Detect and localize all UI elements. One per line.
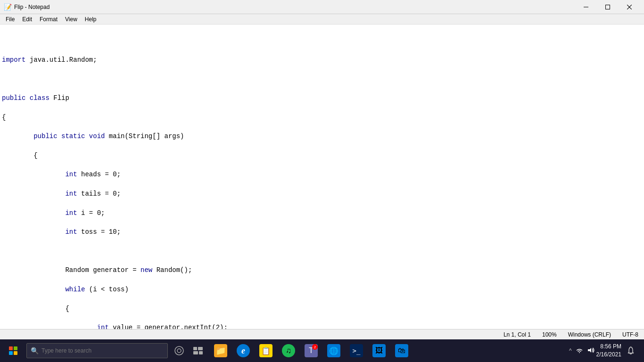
taskbar-app-teams[interactable]: T 2 (300, 339, 322, 362)
title-bar-controls (575, 0, 640, 14)
close-button[interactable] (619, 0, 640, 14)
title-bar-left: 📝 Flip - Notepad (4, 3, 50, 11)
taskbar-search[interactable]: 🔍 (26, 343, 168, 358)
windows-logo-icon (9, 346, 17, 355)
svg-marker-10 (588, 348, 591, 353)
start-button[interactable] (2, 339, 25, 362)
system-clock[interactable]: 8:56 PM 2/16/2021 (596, 343, 621, 359)
maximize-button[interactable] (597, 0, 619, 14)
taskbar-app-spotify[interactable]: ♫ (277, 339, 300, 362)
taskbar-apps: 📁 e 📋 ♫ T 2 (209, 339, 413, 362)
taskbar-app-photos[interactable]: 🖼 (368, 339, 390, 362)
line-ending[interactable]: Windows (CRLF) (568, 331, 611, 338)
taskbar-app-settings[interactable]: 🌐 (322, 339, 345, 362)
volume-icon[interactable] (587, 347, 594, 355)
cortana-button[interactable] (170, 339, 189, 362)
svg-rect-9 (199, 351, 203, 354)
encoding[interactable]: UTF-8 (622, 331, 638, 338)
clock-time: 8:56 PM (596, 343, 621, 351)
status-bar: Ln 1, Col 1 100% Windows (CRLF) UTF-8 (0, 329, 644, 339)
menu-view[interactable]: View (61, 15, 81, 24)
encoding-label: UTF-8 (622, 331, 638, 338)
search-input[interactable] (41, 347, 164, 354)
cursor-position: Ln 1, Col 1 (504, 331, 531, 338)
network-icon[interactable] (576, 347, 583, 355)
svg-rect-1 (606, 5, 610, 9)
zoom-label: 100% (542, 331, 557, 338)
svg-rect-6 (193, 347, 197, 350)
taskbar-app-explorer[interactable]: 📁 (209, 339, 232, 362)
minimize-button[interactable] (575, 0, 597, 14)
editor-area[interactable]: import java.util.Random; public class Fl… (0, 25, 644, 329)
code-content: import java.util.Random; public class Fl… (0, 45, 644, 329)
svg-rect-7 (198, 347, 203, 350)
menu-help[interactable]: Help (81, 15, 100, 24)
zoom-level[interactable]: 100% (542, 331, 557, 338)
taskbar-app-edge[interactable]: e (232, 339, 255, 362)
menu-bar: File Edit Format View Help (0, 14, 644, 25)
system-tray: ^ 8:56 PM 2/16/2021 (563, 339, 642, 362)
line-ending-label: Windows (CRLF) (568, 331, 611, 338)
taskbar: 🔍 📁 e (0, 339, 644, 362)
task-view-button[interactable] (189, 339, 207, 362)
svg-point-4 (175, 346, 183, 355)
notepad-icon: 📝 (4, 3, 11, 11)
menu-file[interactable]: File (2, 15, 18, 24)
menu-format[interactable]: Format (36, 15, 61, 24)
notifications-button[interactable] (623, 339, 638, 362)
search-icon: 🔍 (31, 347, 39, 354)
svg-rect-0 (584, 7, 588, 7)
position-label: Ln 1, Col 1 (504, 331, 531, 338)
window-title: Flip - Notepad (14, 4, 50, 10)
svg-rect-8 (193, 351, 198, 354)
svg-point-5 (177, 349, 181, 353)
taskbar-app-stickynotes[interactable]: 📋 (255, 339, 277, 362)
title-bar: 📝 Flip - Notepad (0, 0, 644, 14)
menu-edit[interactable]: Edit (18, 15, 36, 24)
tray-icons (576, 347, 594, 355)
taskbar-app-store[interactable]: 🛍 (390, 339, 413, 362)
taskbar-app-terminal[interactable]: >_ (345, 339, 368, 362)
tray-expand-button[interactable]: ^ (567, 346, 574, 356)
clock-date: 2/16/2021 (596, 351, 621, 359)
